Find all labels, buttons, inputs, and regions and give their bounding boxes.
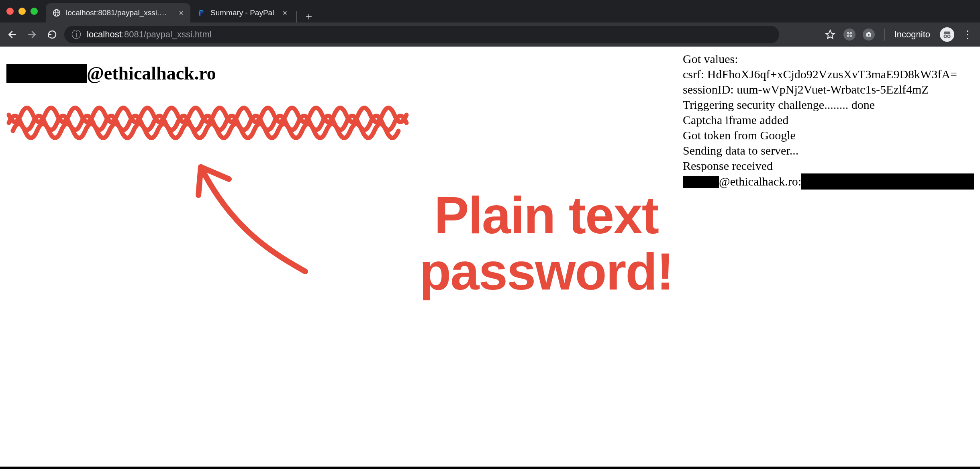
page-bottom-border bbox=[0, 467, 980, 469]
bookmark-star-icon[interactable] bbox=[824, 29, 836, 41]
toolbar: ⓘ localhost:8081/paypal_xssi.html ⌘ Inco… bbox=[0, 22, 980, 47]
incognito-icon[interactable] bbox=[940, 27, 954, 42]
svg-marker-5 bbox=[826, 30, 835, 39]
new-tab-button[interactable]: ＋ bbox=[302, 10, 315, 22]
svg-point-10 bbox=[947, 35, 950, 38]
url-text: localhost:8081/paypal_xssi.html bbox=[87, 29, 212, 40]
window-maximize-button[interactable] bbox=[31, 8, 38, 15]
globe-icon bbox=[52, 8, 61, 17]
annotation-line-2: password! bbox=[345, 243, 747, 300]
tab-strip: localhost:8081/paypal_xssi.html × Summar… bbox=[46, 0, 315, 22]
log-line: csrf: HdFhoXJ6qf+xCjdo92VzusXvT3maE9D8kW… bbox=[683, 67, 972, 82]
window-close-button[interactable] bbox=[6, 8, 14, 15]
result-email-domain: @ethicalhack.ro: bbox=[719, 175, 801, 188]
leaked-email-heading: @ethicalhack.ro bbox=[6, 63, 216, 84]
log-line: Triggering security challenge........ do… bbox=[683, 97, 972, 112]
log-label: csrf: bbox=[683, 67, 707, 81]
tab-title: Summary - PayPal bbox=[210, 8, 274, 17]
forward-button[interactable] bbox=[24, 27, 40, 43]
svg-point-9 bbox=[944, 35, 947, 38]
log-label: sessionID: bbox=[683, 83, 737, 96]
browser-chrome: localhost:8081/paypal_xssi.html × Summar… bbox=[0, 0, 980, 47]
window-minimize-button[interactable] bbox=[18, 8, 26, 15]
annotation-line-1: Plain text bbox=[434, 186, 658, 245]
toolbar-right: ⌘ Incognito ⋮ bbox=[824, 27, 974, 42]
back-button[interactable] bbox=[4, 27, 20, 43]
log-line: Got values: bbox=[683, 51, 972, 67]
extension-icon-1[interactable]: ⌘ bbox=[843, 29, 855, 41]
incognito-label: Incognito bbox=[894, 29, 930, 40]
tab-close-button[interactable]: × bbox=[281, 9, 288, 16]
tab-localhost[interactable]: localhost:8081/paypal_xssi.html × bbox=[46, 3, 190, 22]
log-line: Sending data to server... bbox=[683, 143, 972, 158]
extension-icon-2[interactable] bbox=[863, 29, 875, 41]
email-domain-text: @ethicalhack.ro bbox=[87, 63, 216, 84]
toolbar-divider bbox=[884, 29, 885, 41]
svg-rect-8 bbox=[868, 32, 870, 33]
page-viewport: @ethicalhack.ro Got values: csrf: HdFhoX… bbox=[0, 47, 980, 467]
address-bar[interactable]: ⓘ localhost:8081/paypal_xssi.html bbox=[64, 26, 779, 43]
redaction-block bbox=[801, 173, 974, 190]
password-scribble-annotation bbox=[5, 99, 414, 147]
redaction-block bbox=[6, 64, 87, 83]
log-value: uum-wVpNj2Vuet-Wrbatc1s-5Ezlf4mZ bbox=[737, 83, 929, 96]
log-line: Response received bbox=[683, 158, 972, 173]
tab-close-button[interactable]: × bbox=[178, 9, 185, 16]
tab-divider bbox=[296, 11, 297, 22]
svg-point-7 bbox=[868, 34, 870, 36]
log-value: HdFhoXJ6qf+xCjdo92VzusXvT3maE9D8kW3fA= bbox=[707, 67, 957, 81]
tab-paypal[interactable]: Summary - PayPal × bbox=[190, 3, 294, 22]
log-line: Captcha iframe added bbox=[683, 112, 972, 128]
log-line: sessionID: uum-wVpNj2Vuet-Wrbatc1s-5Ezlf… bbox=[683, 82, 972, 97]
log-line: Got token from Google bbox=[683, 128, 972, 143]
redaction-block bbox=[683, 176, 719, 188]
site-info-icon[interactable]: ⓘ bbox=[71, 28, 81, 41]
reload-button[interactable] bbox=[44, 27, 60, 43]
tab-title: localhost:8081/paypal_xssi.html bbox=[66, 8, 170, 17]
url-path: :8081/paypal_xssi.html bbox=[122, 29, 212, 39]
chrome-menu-button[interactable]: ⋮ bbox=[962, 29, 974, 41]
url-host: localhost bbox=[87, 29, 122, 39]
arrow-annotation bbox=[185, 151, 321, 279]
info-icon: ⓘ bbox=[71, 28, 81, 41]
paypal-icon bbox=[197, 8, 206, 17]
window-controls bbox=[6, 8, 38, 15]
exploit-log: Got values: csrf: HdFhoXJ6qf+xCjdo92Vzus… bbox=[683, 51, 972, 190]
annotation-callout: Plain text password! bbox=[345, 187, 747, 300]
titlebar: localhost:8081/paypal_xssi.html × Summar… bbox=[0, 0, 980, 22]
